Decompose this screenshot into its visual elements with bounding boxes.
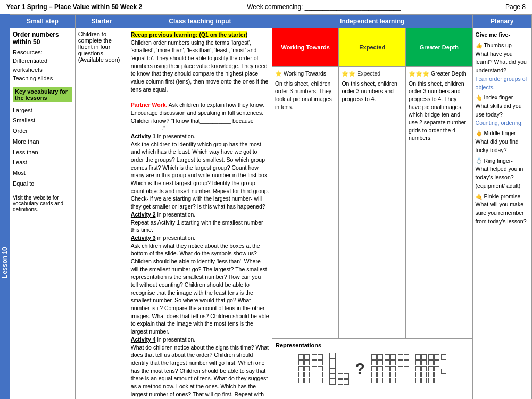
resources-text: Differentiated worksheetsTeaching slides (13, 56, 72, 83)
website-note: Visit the website for vocabulary cards a… (13, 195, 72, 212)
exp-content: ⭐⭐ Expected On this sheet, children orde… (339, 66, 406, 338)
plenary-ring: 💍 Ring finger- What helped you in today'… (476, 157, 529, 190)
small-step-cell: Order numbers within 50 Resources: Diffe… (10, 28, 76, 400)
plenary-thumb: 👍 Thumbs up- What have you learnt? What … (476, 41, 529, 92)
plenary-middle: 🖕 Middle finger- What did you find trick… (476, 129, 529, 154)
col-header-teaching: Class teaching input (128, 15, 272, 28)
header-title: Year 1 Spring – Place Value within 50 We… (6, 3, 142, 11)
activity3-text: Ask children what they notice about the … (131, 243, 269, 335)
col-header-starter: Starter (75, 15, 128, 28)
col-header-plenary: Plenary (472, 15, 531, 28)
header-page: Page 8 (505, 3, 526, 11)
header-week: Week commencing: _______________________… (247, 3, 401, 11)
representations-cell: Representations (272, 338, 472, 399)
header: Year 1 Spring – Place Value within 50 We… (0, 0, 532, 14)
teaching-intro: Children order numbers using the terms '… (131, 39, 269, 93)
starter-cell: Children to complete the fluent in four … (75, 28, 128, 400)
lesson-label: Lesson 10 (1, 247, 9, 278)
gd-content: ⭐⭐⭐ Greater Depth On this sheet, childre… (406, 66, 472, 338)
activity4-text: What do children notice about the signs … (131, 344, 269, 400)
recap-highlight: Recap previous learning: (Q1 on the star… (131, 31, 247, 38)
activity2-text: Repeat as Activity 1 starting with the s… (131, 219, 263, 234)
representations-label: Representations (276, 342, 469, 348)
col-header-small-step: Small step (10, 15, 76, 28)
activity4-label: Activity 4 (131, 336, 156, 343)
plenary-pinkie: 🤙 Pinkie promise- What will you make sur… (476, 193, 529, 226)
representations-images: ? (276, 353, 469, 385)
vocab-box: Key vocabulary for the lessons (13, 87, 72, 102)
plenary-intro: Give me five- (476, 31, 529, 39)
partner-work-label: Partner Work. (131, 102, 168, 108)
small-step-title: Order numbers within 50 (13, 31, 72, 46)
activity3-label: Activity 3 (131, 235, 156, 241)
question-mark: ? (355, 360, 365, 378)
gd-header-cell: Greater Depth (406, 28, 472, 67)
col-header-independent: Independent learning (272, 15, 472, 28)
plenary-index: 👆 Index finger- What skills did you use … (476, 94, 529, 127)
vocab-list: LargestSmallestOrderMore thanLess thanLe… (13, 105, 72, 189)
activity2-label: Activity 2 (131, 211, 156, 218)
resources-label: Resources: (13, 49, 72, 55)
activity1-text: Ask the children to identify which group… (131, 141, 269, 210)
lesson-sidebar: Lesson 10 (0, 14, 10, 399)
activity1-label: Activity 1 (131, 133, 156, 139)
teaching-cell: Recap previous learning: (Q1 on the star… (128, 28, 272, 400)
wt-header-cell: Working Towards (272, 28, 338, 67)
wt-content: ⭐ Working Towards On this sheet, childre… (272, 66, 338, 338)
plenary-cell: Give me five- 👍 Thumbs up- What have you… (472, 28, 531, 400)
exp-header-cell: Expected (339, 28, 406, 67)
